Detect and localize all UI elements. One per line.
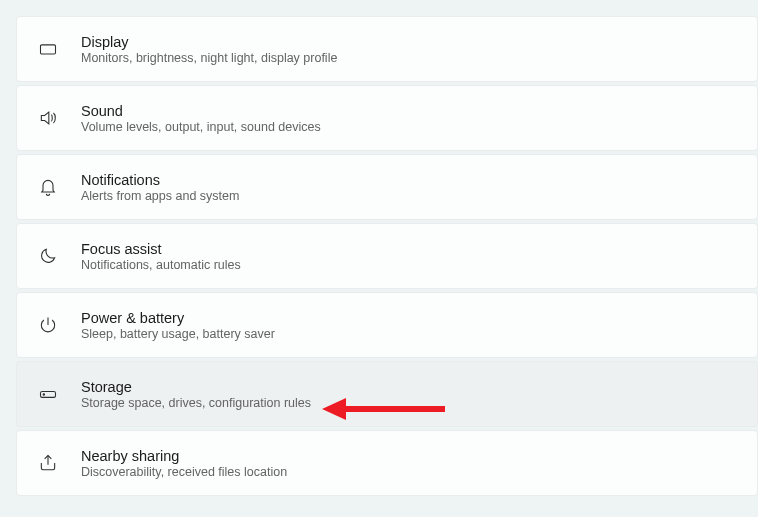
- item-title: Nearby sharing: [81, 448, 287, 464]
- item-subtitle: Notifications, automatic rules: [81, 258, 241, 272]
- item-title: Storage: [81, 379, 311, 395]
- item-text: Nearby sharing Discoverability, received…: [81, 448, 287, 479]
- item-subtitle: Discoverability, received files location: [81, 465, 287, 479]
- settings-item-storage[interactable]: Storage Storage space, drives, configura…: [16, 361, 758, 427]
- settings-item-nearby-sharing[interactable]: Nearby sharing Discoverability, received…: [16, 430, 758, 496]
- sound-icon: [37, 107, 59, 129]
- settings-item-notifications[interactable]: Notifications Alerts from apps and syste…: [16, 154, 758, 220]
- settings-item-power-battery[interactable]: Power & battery Sleep, battery usage, ba…: [16, 292, 758, 358]
- item-text: Focus assist Notifications, automatic ru…: [81, 241, 241, 272]
- svg-rect-0: [41, 45, 56, 54]
- item-title: Display: [81, 34, 337, 50]
- power-icon: [37, 314, 59, 336]
- display-icon: [37, 38, 59, 60]
- item-title: Focus assist: [81, 241, 241, 257]
- moon-icon: [37, 245, 59, 267]
- svg-point-2: [43, 394, 44, 395]
- settings-item-sound[interactable]: Sound Volume levels, output, input, soun…: [16, 85, 758, 151]
- item-subtitle: Volume levels, output, input, sound devi…: [81, 120, 321, 134]
- storage-icon: [37, 383, 59, 405]
- item-subtitle: Monitors, brightness, night light, displ…: [81, 51, 337, 65]
- item-subtitle: Storage space, drives, configuration rul…: [81, 396, 311, 410]
- settings-item-display[interactable]: Display Monitors, brightness, night ligh…: [16, 16, 758, 82]
- settings-list: Display Monitors, brightness, night ligh…: [16, 16, 758, 496]
- settings-item-focus-assist[interactable]: Focus assist Notifications, automatic ru…: [16, 223, 758, 289]
- item-subtitle: Alerts from apps and system: [81, 189, 239, 203]
- item-text: Display Monitors, brightness, night ligh…: [81, 34, 337, 65]
- item-text: Power & battery Sleep, battery usage, ba…: [81, 310, 275, 341]
- item-subtitle: Sleep, battery usage, battery saver: [81, 327, 275, 341]
- item-title: Power & battery: [81, 310, 275, 326]
- item-text: Sound Volume levels, output, input, soun…: [81, 103, 321, 134]
- item-text: Storage Storage space, drives, configura…: [81, 379, 311, 410]
- share-icon: [37, 452, 59, 474]
- item-title: Sound: [81, 103, 321, 119]
- item-text: Notifications Alerts from apps and syste…: [81, 172, 239, 203]
- bell-icon: [37, 176, 59, 198]
- item-title: Notifications: [81, 172, 239, 188]
